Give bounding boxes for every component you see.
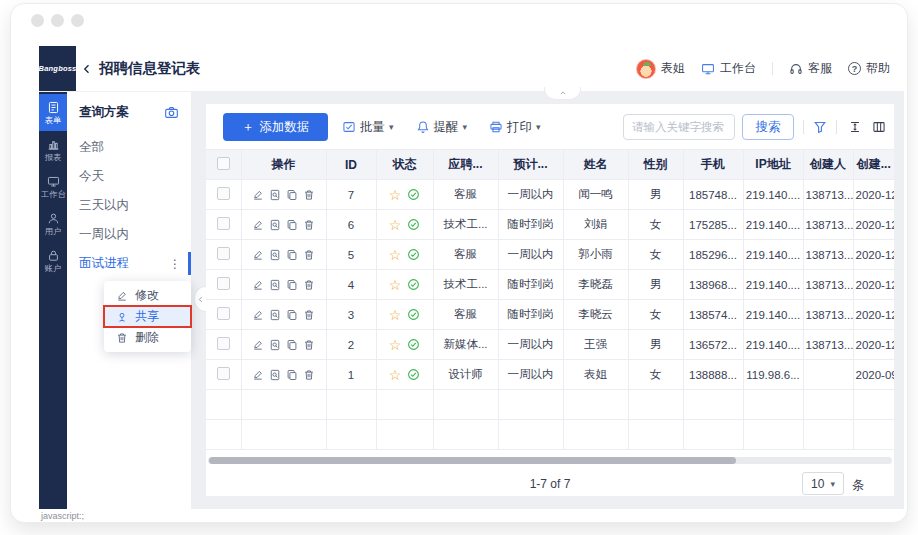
query-plan-interview-process[interactable]: 面试进程 ⋮: [67, 249, 191, 278]
row-checkbox[interactable]: [217, 277, 230, 290]
menu-item-share[interactable]: 共享: [104, 306, 191, 327]
copy-row-icon[interactable]: [286, 189, 298, 201]
pagination: 1-7 of 7 10 ▾ 条: [206, 469, 894, 499]
cell-gender: 男: [628, 180, 683, 210]
edit-row-icon[interactable]: [252, 369, 264, 381]
cell-phone: 185296...: [683, 240, 743, 270]
page-size-select[interactable]: 10 ▾: [802, 472, 844, 495]
check-icon: [407, 338, 420, 351]
column-header: 创建人: [803, 150, 853, 180]
preview-row-icon[interactable]: [269, 219, 281, 231]
preview-row-icon[interactable]: [269, 309, 281, 321]
cell-ip: 219.140....: [743, 240, 803, 270]
edit-row-icon[interactable]: [252, 339, 264, 351]
edit-row-icon[interactable]: [252, 279, 264, 291]
delete-row-icon[interactable]: [303, 339, 315, 351]
nav-item-form[interactable]: 表单: [39, 94, 67, 131]
search-input[interactable]: [623, 114, 735, 140]
query-plan-three-days[interactable]: 三天以内: [67, 191, 191, 220]
row-checkbox[interactable]: [217, 187, 230, 200]
nav-rail: 表单 报表 工作台 用户 账户: [39, 91, 67, 509]
row-checkbox[interactable]: [217, 307, 230, 320]
back-button[interactable]: [81, 63, 93, 75]
copy-row-icon[interactable]: [286, 249, 298, 261]
edit-row-icon[interactable]: [252, 219, 264, 231]
cell-created: 2020-12...: [853, 210, 894, 240]
star-icon[interactable]: ☆: [389, 188, 402, 202]
collapse-content-handle[interactable]: [544, 87, 581, 100]
copy-row-icon[interactable]: [286, 309, 298, 321]
support-link[interactable]: 客服: [789, 60, 832, 77]
edit-row-icon[interactable]: [252, 309, 264, 321]
edit-row-icon[interactable]: [252, 249, 264, 261]
cell-name: 刘娟: [563, 210, 628, 240]
preview-row-icon[interactable]: [269, 249, 281, 261]
row-checkbox[interactable]: [217, 217, 230, 230]
add-data-button[interactable]: ＋添加数据: [223, 113, 328, 141]
menu-icon: [116, 332, 128, 344]
column-header: 应聘...: [433, 150, 498, 180]
cell-position: 技术工...: [433, 270, 498, 300]
delete-row-icon[interactable]: [303, 249, 315, 261]
query-panel-title: 查询方案: [79, 104, 129, 121]
nav-item-account[interactable]: 账户: [39, 242, 67, 279]
nav-item-workbench[interactable]: 工作台: [39, 168, 67, 205]
copy-row-icon[interactable]: [286, 369, 298, 381]
row-checkbox[interactable]: [217, 247, 230, 260]
star-icon[interactable]: ☆: [389, 278, 402, 292]
query-plan-all[interactable]: 全部: [67, 133, 191, 162]
copy-row-icon[interactable]: [286, 279, 298, 291]
star-icon[interactable]: ☆: [389, 308, 402, 322]
cell-ip: 219.140....: [743, 300, 803, 330]
cell-name: 表姐: [563, 360, 628, 390]
user-menu[interactable]: 表姐: [636, 59, 685, 79]
query-plan-today[interactable]: 今天: [67, 162, 191, 191]
horizontal-scrollbar[interactable]: [208, 457, 892, 464]
delete-row-icon[interactable]: [303, 369, 315, 381]
remind-dropdown[interactable]: 提醒▾: [416, 119, 468, 136]
row-height-button[interactable]: [848, 120, 862, 134]
edit-row-icon[interactable]: [252, 189, 264, 201]
delete-row-icon[interactable]: [303, 189, 315, 201]
cell-gender: 男: [628, 330, 683, 360]
column-settings-button[interactable]: [872, 120, 886, 134]
star-icon[interactable]: ☆: [389, 368, 402, 382]
cell-position: 新媒体...: [433, 330, 498, 360]
more-actions-icon[interactable]: ⋮: [169, 257, 181, 271]
save-plan-icon[interactable]: [164, 105, 179, 120]
select-all-checkbox[interactable]: [217, 157, 230, 170]
cell-position: 客服: [433, 180, 498, 210]
row-checkbox[interactable]: [217, 367, 230, 380]
help-link[interactable]: ? 帮助: [848, 60, 890, 77]
star-icon[interactable]: ☆: [389, 338, 402, 352]
table-header-row: 操作ID状态应聘...预计...姓名性别手机IP地址创建人创建...: [206, 150, 894, 180]
preview-row-icon[interactable]: [269, 189, 281, 201]
delete-row-icon[interactable]: [303, 219, 315, 231]
row-checkbox[interactable]: [217, 337, 230, 350]
star-icon[interactable]: ☆: [389, 218, 402, 232]
preview-row-icon[interactable]: [269, 369, 281, 381]
menu-item-edit[interactable]: 修改: [104, 285, 191, 306]
select-all-cell: [206, 150, 241, 180]
workbench-link[interactable]: 工作台: [701, 60, 756, 77]
search-button[interactable]: 搜索: [742, 114, 794, 140]
main-content: ＋添加数据 批量▾ 提醒▾ 打印▾: [206, 91, 894, 509]
print-dropdown[interactable]: 打印▾: [489, 119, 541, 136]
cell-position: 客服: [433, 240, 498, 270]
collapse-panel-handle[interactable]: [194, 286, 206, 312]
cell-availability: 一周以内: [498, 330, 563, 360]
copy-row-icon[interactable]: [286, 219, 298, 231]
preview-row-icon[interactable]: [269, 279, 281, 291]
preview-row-icon[interactable]: [269, 339, 281, 351]
query-plan-one-week[interactable]: 一周以内: [67, 220, 191, 249]
menu-item-delete[interactable]: 删除: [104, 327, 191, 348]
nav-item-user[interactable]: 用户: [39, 205, 67, 242]
batch-dropdown[interactable]: 批量▾: [342, 119, 394, 136]
filter-button[interactable]: [813, 120, 827, 134]
delete-row-icon[interactable]: [303, 279, 315, 291]
nav-item-report[interactable]: 报表: [39, 131, 67, 168]
copy-row-icon[interactable]: [286, 339, 298, 351]
star-icon[interactable]: ☆: [389, 248, 402, 262]
scrollbar-thumb[interactable]: [209, 457, 736, 464]
delete-row-icon[interactable]: [303, 309, 315, 321]
